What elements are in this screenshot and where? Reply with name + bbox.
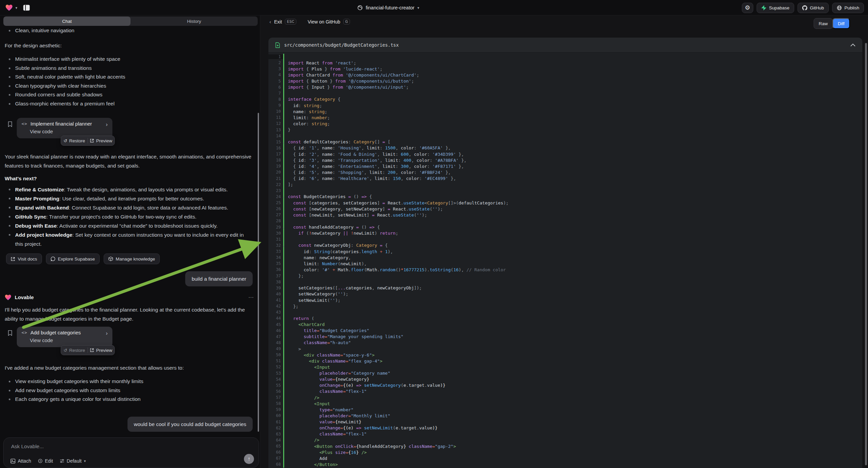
code-line: 3import { Plus } from 'lucide-react';: [269, 66, 862, 72]
file-card: src/components/budget/BudgetCategories.t…: [269, 38, 862, 468]
composer-input[interactable]: Ask Lovable...: [11, 443, 43, 449]
whats-next-heading: What's next?: [5, 174, 254, 183]
code-text: color: '#' + Math.floor(Math.random()*16…: [284, 267, 506, 272]
chip-label: Explore Supabase: [58, 257, 95, 262]
version-actions: ↺ Restore Preview: [61, 345, 115, 355]
code-text: { id: '1', name: 'Housing', limit: 1500,…: [284, 145, 451, 150]
fold-chevron-icon[interactable]: ⌄: [283, 226, 284, 229]
bookmark-icon[interactable]: [7, 121, 13, 127]
external-link-icon: [11, 257, 15, 261]
code-line: 63 className="flex-1": [269, 431, 862, 437]
ready-paragraph: Your sleek financial planner is now read…: [5, 152, 254, 170]
project-globe-icon: [357, 5, 363, 10]
logo-chevron-down-icon[interactable]: ▾: [16, 6, 18, 10]
line-number: 30: [269, 231, 283, 236]
attach-button[interactable]: Attach: [10, 458, 31, 464]
version-card-implement-financial-planner[interactable]: <> Implement financial planner › View co…: [17, 118, 113, 138]
code-line: 46 title="Budget Categories": [269, 328, 862, 334]
attach-label: Attach: [18, 458, 31, 464]
code-text: <ChartCard: [284, 322, 325, 327]
code-text: id: string;: [284, 103, 322, 108]
view-code-link[interactable]: View code: [30, 128, 108, 134]
chevron-right-icon: ›: [106, 330, 108, 337]
file-header[interactable]: src/components/budget/BudgetCategories.t…: [269, 38, 862, 53]
diff-toggle-button[interactable]: Diff: [832, 18, 850, 29]
code-line: 41 setNewLimit('');: [269, 297, 862, 303]
code-text: <Input: [284, 401, 330, 406]
code-scrollbar[interactable]: [865, 43, 867, 465]
code-line: 7: [269, 90, 862, 96]
composer[interactable]: Ask Lovable... Attach Edit Default ▾ ↑: [3, 437, 259, 468]
line-number: 43: [269, 310, 283, 315]
code-text: subtitle="Manage your spending limits": [284, 334, 403, 339]
line-number: 21: [269, 176, 283, 181]
chat-scrollbar[interactable]: [258, 113, 259, 432]
code-text: import ChartCard from '@/components/ui/C…: [284, 72, 419, 78]
fold-chevron-icon[interactable]: ⌄: [283, 195, 284, 198]
line-number: 52: [269, 364, 283, 369]
code-text: <Plus size={16} />: [284, 450, 367, 455]
code-line: 4import ChartCard from '@/components/ui/…: [269, 72, 862, 78]
lovable-logo-icon[interactable]: [5, 4, 13, 11]
restore-button[interactable]: ↺ Restore: [61, 136, 88, 145]
code-text: color: string;: [284, 121, 330, 126]
explore-supabase-button[interactable]: Explore Supabase: [46, 254, 100, 264]
bullet-dot: [9, 381, 10, 382]
code-line: 20 { id: '5', name: 'Shopping', limit: 2…: [269, 169, 862, 175]
fold-chevron-icon[interactable]: ⌄: [283, 98, 284, 101]
fold-chevron-icon[interactable]: ⌄: [283, 140, 284, 144]
code-text: }: [284, 127, 290, 132]
code-line: 30 if (!newCategory || !newLimit) return…: [269, 230, 862, 236]
chat-history-tabs: Chat History: [3, 17, 258, 26]
help-paragraph: I'll help you add budget categories to t…: [5, 305, 254, 323]
code-line: 12 color: string;: [269, 120, 862, 126]
settings-button[interactable]: ⚙: [742, 3, 753, 13]
preview-button[interactable]: Preview: [88, 136, 115, 145]
bookmark-icon[interactable]: [7, 330, 13, 336]
github-button[interactable]: GitHub: [798, 3, 829, 13]
code-line: 60 placeholder="Monthly limit": [269, 413, 862, 419]
list-item: Clean typography with clear hierarchies: [5, 82, 254, 91]
mode-selector[interactable]: Default ▾: [60, 458, 86, 464]
manage-knowledge-button[interactable]: Manage knowledge: [104, 254, 160, 264]
view-on-github-button[interactable]: View on GitHub G: [308, 19, 350, 25]
code-line: 37 };: [269, 273, 862, 279]
line-number: 49: [269, 347, 283, 351]
version-card-add-budget-categories[interactable]: <> Add budget categories › View code: [17, 327, 113, 347]
chevron-right-icon: ›: [106, 121, 108, 128]
code-line: 23: [269, 188, 862, 194]
raw-toggle-button[interactable]: Raw: [814, 18, 833, 29]
send-button[interactable]: ↑: [244, 454, 254, 464]
message-menu-button[interactable]: ⋯: [248, 294, 254, 300]
collapse-file-button[interactable]: [850, 43, 856, 47]
tab-history[interactable]: History: [130, 17, 258, 26]
line-number: 47: [269, 334, 283, 339]
chip-label: Visit docs: [18, 257, 37, 262]
supabase-button[interactable]: Supabase: [756, 3, 794, 13]
fold-chevron-icon[interactable]: ⌄: [283, 244, 284, 247]
edit-button[interactable]: Edit: [38, 458, 53, 464]
code-text: { id: '3', name: 'Transportation', limit…: [284, 158, 466, 163]
line-number: 54: [269, 377, 283, 382]
toggle-sidebar-button[interactable]: [23, 4, 30, 11]
exit-button[interactable]: ‹ Exit ESC: [270, 19, 296, 25]
code-text: const BudgetCategories = () => {: [284, 194, 372, 199]
chevron-left-icon: ‹: [270, 19, 271, 25]
publish-button[interactable]: Publish: [832, 3, 864, 13]
line-number: 48: [269, 341, 283, 345]
visit-docs-button[interactable]: Visit docs: [6, 254, 42, 264]
line-number: 14: [269, 134, 283, 138]
code-text: setNewCategory('');: [284, 291, 348, 296]
line-number: 60: [269, 413, 283, 418]
tab-chat[interactable]: Chat: [3, 17, 130, 26]
list-item: Glass-morphic elements for a premium fee…: [5, 99, 254, 109]
project-selector[interactable]: financial-future-creator ▾: [357, 0, 420, 16]
view-code-link[interactable]: View code: [30, 338, 108, 343]
line-number: 16: [269, 146, 283, 150]
code-line: 66 <Plus size={16} />: [269, 449, 862, 455]
code-text: placeholder="Monthly limit": [284, 413, 390, 418]
bullet-dot: [9, 234, 10, 236]
preview-button[interactable]: Preview: [88, 346, 115, 355]
restore-button[interactable]: ↺ Restore: [61, 346, 88, 355]
chat-panel: Chat History Clean, intuitive navigation…: [0, 16, 260, 468]
